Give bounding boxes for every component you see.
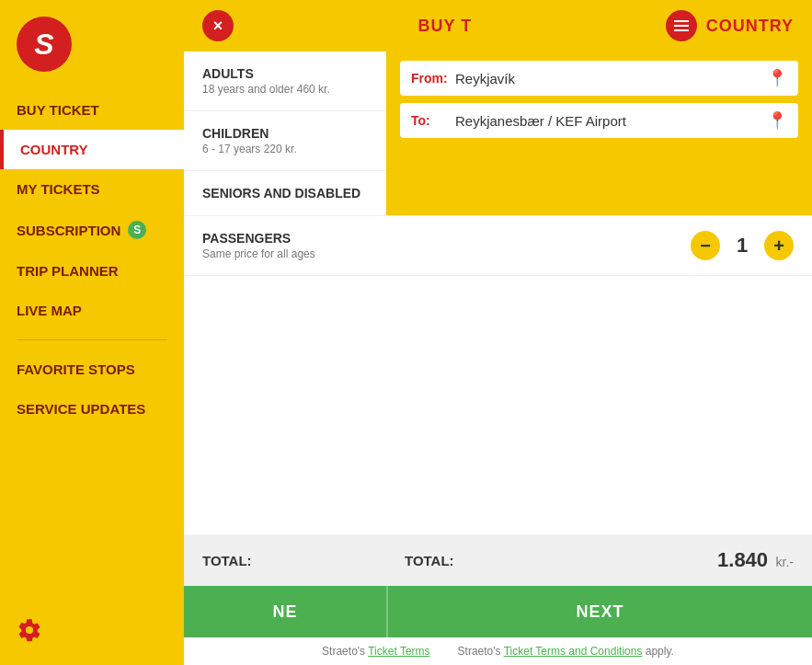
increment-passenger-button[interactable]: +	[764, 231, 794, 260]
footer-right: Straeto's Ticket Terms and Conditions ap…	[458, 645, 674, 658]
back-button[interactable]: NE	[184, 586, 386, 637]
gear-icon[interactable]	[17, 617, 42, 643]
sidebar-label-service-updates: SERVICE UPDATES	[17, 401, 145, 417]
footer-right-text: Straeto's	[458, 645, 501, 658]
sidebar-label-my-tickets: MY TICKETS	[17, 181, 100, 197]
ticket-type-children-name: CHILDREN	[202, 126, 368, 141]
passengers-info: PASSENGERS Same price for all ages	[202, 231, 691, 260]
total-section: TOTAL: TOTAL: 1.840 kr.-	[184, 534, 812, 586]
subscription-badge: S	[128, 221, 146, 239]
total-amount: 1.840	[717, 548, 768, 571]
sidebar-divider	[17, 339, 167, 340]
sidebar-label-trip-planner: TRIP PLANNER	[17, 263, 119, 279]
from-input-wrap: From: 📍	[400, 61, 798, 96]
decrement-passenger-button[interactable]: −	[691, 231, 720, 260]
footer: Straeto's Ticket Terms Straeto's Ticket …	[184, 637, 812, 665]
to-location-pin-icon: 📍	[767, 110, 787, 131]
sidebar-bottom	[17, 617, 42, 647]
content-area: ADULTS 18 years and older 460 kr. CHILDR…	[184, 52, 812, 665]
button-section: NE NEXT	[184, 586, 812, 637]
close-icon: ×	[213, 17, 223, 36]
route-section: From: 📍 To: 📍	[386, 52, 812, 215]
header: × BUY T COUNTRY	[184, 0, 812, 52]
total-label-right: TOTAL:	[405, 553, 454, 568]
next-button[interactable]: NEXT	[386, 586, 812, 637]
ticket-type-adults-name: ADULTS	[202, 66, 368, 81]
sidebar-label-live-map: LIVE MAP	[17, 303, 82, 318]
sidebar-item-buy-ticket[interactable]: BUY TICKET	[0, 90, 184, 130]
from-location-pin-icon: 📍	[767, 68, 787, 88]
sidebar-label-buy-ticket: BUY TICKET	[17, 102, 99, 118]
sidebar-label-subscription: SUBSCRIPTION	[17, 223, 120, 238]
footer-suffix: apply.	[646, 645, 674, 658]
hamburger-icon	[674, 17, 689, 34]
ticket-type-seniors[interactable]: SENIORS AND DISABLED	[184, 171, 386, 215]
to-input-wrap: To: 📍	[400, 103, 798, 138]
header-country: COUNTRY	[706, 17, 794, 36]
total-label-left: TOTAL:	[184, 553, 386, 568]
ticket-type-children-desc: 6 - 17 years 220 kr.	[202, 143, 368, 155]
sidebar-item-subscription[interactable]: SUBSCRIPTION S	[0, 209, 184, 251]
header-title: BUY T	[234, 17, 657, 36]
logo-text: S	[34, 28, 53, 62]
passengers-title: PASSENGERS	[202, 231, 691, 246]
sidebar-item-country[interactable]: COUNTRY	[0, 130, 184, 169]
ticket-types: ADULTS 18 years and older 460 kr. CHILDR…	[184, 52, 386, 215]
total-amount-wrap: 1.840 kr.-	[717, 548, 794, 572]
ticket-type-adults[interactable]: ADULTS 18 years and older 460 kr.	[184, 52, 386, 111]
ticket-type-adults-desc: 18 years and older 460 kr.	[202, 83, 368, 96]
passengers-subtitle: Same price for all ages	[202, 247, 691, 260]
total-right: TOTAL: 1.840 kr.-	[386, 548, 812, 572]
footer-left-text: Straeto's	[322, 645, 365, 658]
logo[interactable]: S	[17, 17, 72, 72]
to-label: To:	[411, 113, 448, 128]
menu-button[interactable]	[666, 10, 697, 41]
content-spacer	[184, 276, 812, 534]
ticket-section: ADULTS 18 years and older 460 kr. CHILDR…	[184, 52, 812, 216]
ticket-type-children[interactable]: CHILDREN 6 - 17 years 220 kr.	[184, 111, 386, 171]
from-label: From:	[411, 71, 448, 86]
total-currency: kr.-	[776, 555, 794, 569]
to-input[interactable]	[455, 113, 760, 129]
ticket-terms-link[interactable]: Ticket Terms	[368, 645, 429, 658]
sidebar-item-live-map[interactable]: LIVE MAP	[0, 291, 184, 330]
sidebar-item-favorite-stops[interactable]: FAVORITE STOPS	[0, 350, 184, 389]
passenger-count: 1	[733, 234, 751, 258]
sidebar-label-country: COUNTRY	[20, 142, 88, 157]
main: × BUY T COUNTRY ADULTS 18 years and olde…	[184, 0, 812, 665]
close-button[interactable]: ×	[202, 10, 234, 41]
sidebar: S BUY TICKET COUNTRY MY TICKETS SUBSCRIP…	[0, 0, 184, 665]
passengers-section: PASSENGERS Same price for all ages − 1 +	[184, 216, 812, 276]
sidebar-item-trip-planner[interactable]: TRIP PLANNER	[0, 251, 184, 291]
sidebar-nav: BUY TICKET COUNTRY MY TICKETS SUBSCRIPTI…	[0, 90, 184, 330]
ticket-terms-conditions-link[interactable]: Ticket Terms and Conditions	[504, 645, 643, 658]
sidebar-item-service-updates[interactable]: SERVICE UPDATES	[0, 389, 184, 429]
footer-left: Straeto's Ticket Terms	[322, 645, 429, 658]
from-input[interactable]	[455, 71, 760, 86]
sidebar-label-favorite-stops: FAVORITE STOPS	[17, 361, 135, 377]
sidebar-item-my-tickets[interactable]: MY TICKETS	[0, 169, 184, 209]
passengers-controls: − 1 +	[691, 231, 794, 260]
ticket-type-seniors-name: SENIORS AND DISABLED	[202, 186, 368, 201]
